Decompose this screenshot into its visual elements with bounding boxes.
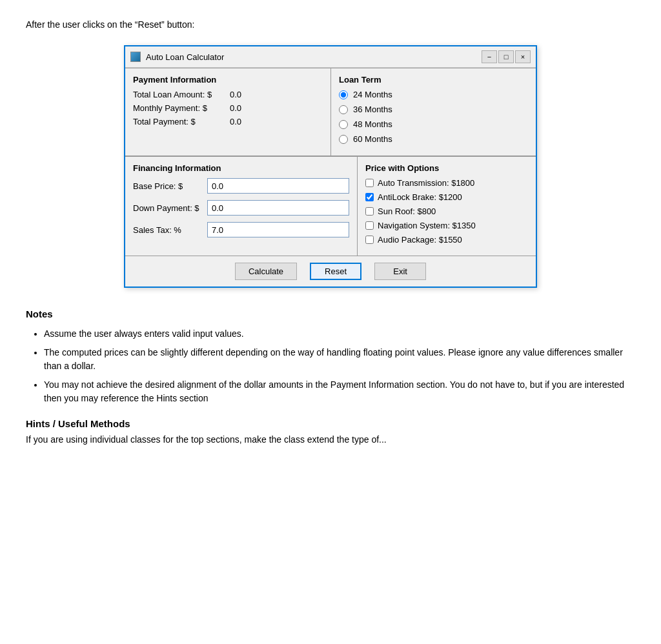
hints-section: Hints / Useful Methods If you are using …	[26, 418, 635, 445]
auto-transmission-label: Auto Transmission: $1800	[378, 178, 474, 188]
audio-package-label: Audio Package: $1550	[378, 235, 462, 245]
audio-package-row: Audio Package: $1550	[365, 235, 528, 245]
sales-tax-row: Sales Tax: %	[133, 222, 349, 237]
audio-package-checkbox[interactable]	[365, 236, 374, 244]
sales-tax-input[interactable]	[207, 222, 349, 237]
exit-button[interactable]: Exit	[374, 263, 426, 280]
antilock-brake-label: AntiLock Brake: $1200	[378, 192, 462, 202]
app-window: Auto Loan Calculator − □ × Payment Infor…	[124, 45, 537, 288]
total-loan-label: Total Loan Amount: $	[133, 90, 230, 99]
navigation-system-checkbox[interactable]	[365, 221, 374, 230]
note-item-2: The computed prices can be slightly diff…	[44, 346, 635, 373]
loan-term-48-radio[interactable]	[339, 120, 348, 129]
base-price-row: Base Price: $	[133, 178, 349, 194]
total-payment-row: Total Payment: $ 0.0	[133, 117, 323, 126]
notes-section: Notes Assume the user always enters vali…	[26, 308, 635, 405]
hints-title: Hints / Useful Methods	[26, 418, 635, 429]
navigation-system-label: Navigation System: $1350	[378, 221, 476, 230]
title-bar-controls: − □ ×	[482, 50, 531, 63]
total-loan-row: Total Loan Amount: $ 0.0	[133, 90, 323, 99]
financing-header: Financing Information	[133, 163, 349, 173]
title-bar: Auto Loan Calculator − □ ×	[125, 46, 536, 68]
loan-term-header: Loan Term	[339, 75, 528, 85]
navigation-system-row: Navigation System: $1350	[365, 221, 528, 230]
loan-term-section: Loan Term 24 Months 36 Months 48 Months …	[330, 68, 536, 156]
reset-button[interactable]: Reset	[310, 263, 361, 280]
payment-header: Payment Information	[133, 75, 323, 85]
loan-term-60-row: 60 Months	[339, 134, 528, 144]
antilock-brake-checkbox[interactable]	[365, 193, 374, 201]
base-price-input[interactable]	[207, 178, 349, 194]
loan-term-48-row: 48 Months	[339, 119, 528, 129]
loan-term-24-radio[interactable]	[339, 90, 348, 99]
loan-term-48-label: 48 Months	[353, 119, 392, 129]
window-title: Auto Loan Calculator	[146, 52, 476, 62]
price-options-header: Price with Options	[365, 163, 528, 173]
notes-list: Assume the user always enters valid inpu…	[26, 327, 635, 405]
monthly-payment-label: Monthly Payment: $	[133, 103, 230, 113]
loan-term-36-radio[interactable]	[339, 105, 348, 114]
loan-term-60-label: 60 Months	[353, 134, 392, 144]
sales-tax-label: Sales Tax: %	[133, 225, 207, 235]
total-payment-value: 0.0	[230, 117, 256, 126]
loan-term-36-label: 36 Months	[353, 105, 392, 114]
intro-text: After the user clicks on the “Reset” but…	[26, 19, 635, 30]
total-loan-value: 0.0	[230, 90, 256, 99]
auto-transmission-checkbox[interactable]	[365, 179, 374, 187]
sun-roof-row: Sun Roof: $800	[365, 206, 528, 216]
monthly-payment-value: 0.0	[230, 103, 256, 113]
financing-section: Financing Information Base Price: $ Down…	[125, 157, 357, 256]
base-price-label: Base Price: $	[133, 181, 207, 191]
sun-roof-label: Sun Roof: $800	[378, 206, 436, 216]
note-item-3: You may not achieve the desired alignmen…	[44, 378, 635, 405]
auto-transmission-row: Auto Transmission: $1800	[365, 178, 528, 188]
minimize-button[interactable]: −	[482, 50, 497, 63]
payment-section: Payment Information Total Loan Amount: $…	[125, 68, 330, 156]
maximize-button[interactable]: □	[498, 50, 514, 63]
loan-term-24-label: 24 Months	[353, 90, 392, 99]
window-wrapper: Auto Loan Calculator − □ × Payment Infor…	[26, 45, 635, 288]
bottom-grid: Financing Information Base Price: $ Down…	[125, 156, 536, 256]
down-payment-label: Down Payment: $	[133, 203, 207, 213]
monthly-payment-row: Monthly Payment: $ 0.0	[133, 103, 323, 113]
down-payment-input[interactable]	[207, 200, 349, 216]
total-payment-label: Total Payment: $	[133, 117, 230, 126]
loan-term-24-row: 24 Months	[339, 90, 528, 99]
sun-roof-checkbox[interactable]	[365, 207, 374, 216]
price-options-section: Price with Options Auto Transmission: $1…	[357, 157, 536, 256]
note-item-1: Assume the user always enters valid inpu…	[44, 327, 635, 341]
notes-title: Notes	[26, 308, 635, 319]
loan-term-60-radio[interactable]	[339, 135, 348, 144]
close-button[interactable]: ×	[515, 50, 531, 63]
loan-term-36-row: 36 Months	[339, 105, 528, 114]
top-grid: Payment Information Total Loan Amount: $…	[125, 68, 536, 156]
button-bar: Calculate Reset Exit	[125, 256, 536, 287]
down-payment-row: Down Payment: $	[133, 200, 349, 216]
antilock-brake-row: AntiLock Brake: $1200	[365, 192, 528, 202]
calculate-button[interactable]: Calculate	[235, 263, 297, 280]
hints-text: If you are using individual classes for …	[26, 434, 635, 445]
app-icon	[130, 52, 141, 62]
